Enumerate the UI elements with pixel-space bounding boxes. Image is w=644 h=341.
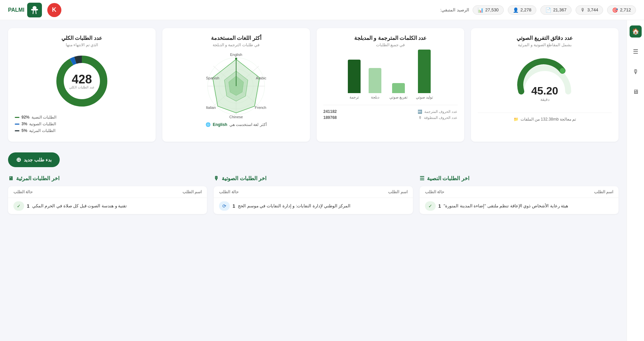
stat3-icon: 📄 — [545, 7, 551, 13]
legend-pct-3: 5% — [21, 128, 27, 133]
svg-text:Chinese: Chinese — [229, 115, 243, 119]
svg-text:English: English — [230, 53, 242, 57]
text-table-header: اسم الطلب حالة الطلب — [420, 186, 619, 198]
video-row-left: تقنية و هندسة الصوت قبل كل صلاة في الحرم… — [27, 203, 202, 209]
legend-label-2: الطلبات الصوتية — [29, 122, 56, 126]
audio-table-row: المركز الوطني لإدارة النفايات: و إدارة ا… — [214, 198, 413, 214]
legend-item-3: الطلبات المرئية 5% — [15, 128, 149, 133]
stat3-value: 21,367 — [553, 7, 567, 12]
audio-requests-section: اخر الطلبات الصوتية 🎙 اسم الطلب حالة الط… — [214, 175, 413, 214]
text-row-name: هيئة رعاية الأشخاص ذوي الإعاقة تنظم ملتق… — [443, 203, 568, 209]
requests-card-subtitle: الذي تم الانتهاء منها — [15, 43, 149, 47]
lang-footer-value: English — [213, 122, 227, 127]
text-row-status: ✓ — [425, 201, 436, 211]
bar-2 — [392, 83, 405, 93]
bar-label-3: دبلجة — [371, 95, 379, 99]
stat-pill-3: 21,367 📄 — [540, 5, 572, 15]
legend-label-1: الطلبات النصية — [32, 115, 56, 120]
new-request-btn[interactable]: بدء طلب جديد ⊕ — [8, 152, 60, 167]
sidebar-home-btn[interactable]: 🏠 — [630, 25, 642, 38]
logo-area: PALMI — [8, 3, 42, 17]
svg-point-14 — [235, 58, 237, 60]
audio-requests-icon: 🎙 — [214, 176, 219, 182]
video-table-row: تقنية و هندسة الصوت قبل كل صلاة في الحرم… — [8, 198, 207, 214]
transcription-card: عدد دقائق التفريغ الصوتي بشمل المقاطع ال… — [471, 28, 619, 142]
video-requests-label: اخر الطلبات المرئية — [16, 175, 59, 182]
words-card-subtitle: في جميع الطلبات — [323, 43, 458, 47]
stat-pill-2: 3,744 🎙 — [576, 5, 603, 15]
legend-color-2 — [15, 124, 19, 125]
text-requests-icon: ☰ — [420, 175, 424, 182]
sidebar-audio-btn[interactable]: 🎙 — [630, 66, 642, 78]
nav-stats: 2,712 🎯 3,744 🎙 21,367 📄 2,278 👤 27,530 … — [473, 5, 636, 15]
audio-row-name: المركز الوطني لإدارة النفايات: و إدارة ا… — [238, 203, 351, 209]
stat-pill-4: 2,278 👤 — [508, 5, 537, 15]
languages-card: أكثر اللغات المستخدمة في طلبات الترجمة و… — [162, 28, 310, 142]
logo-icon — [27, 3, 42, 17]
nav-right: K PALMI — [8, 3, 61, 17]
user-avatar[interactable]: K — [47, 3, 61, 17]
audio-requests-label: اخر الطلبات الصوتية — [222, 175, 266, 182]
donut-center: 428 عدد الطلبات الكلي — [69, 73, 95, 89]
text-requests-label: اخر الطلبات النصية — [427, 175, 469, 182]
legend-pct-2: 3% — [21, 122, 27, 126]
stat2-label-text: عدد الحروف المنطوقة — [424, 116, 458, 120]
recent-requests-row: اخر الطلبات النصية ☰ اسم الطلب حالة الطل… — [8, 175, 619, 214]
audio-requests-table: اسم الطلب حالة الطلب المركز الوطني لإدار… — [214, 186, 413, 214]
stat-pill-1: 2,712 🎯 — [607, 5, 636, 15]
video-requests-icon: 🖥 — [8, 176, 13, 182]
stat2-lbl: عدد الحروف المنطوقة 🎙 — [418, 116, 458, 120]
video-row-name: تقنية و هندسة الصوت قبل كل صلاة في الحرم… — [32, 203, 127, 209]
stat1-label-text: عدد الحروف المترجمة — [424, 110, 458, 114]
palm-tree-icon — [30, 5, 39, 15]
radar-footer: أكثر لغة استخدمت هي English 🌐 — [169, 122, 303, 127]
lang-footer-label: أكثر لغة استخدمت هي — [229, 122, 267, 127]
radar-container: English Arabic Spanish Italian French Ch… — [169, 53, 303, 120]
bar-group-1: توليد صوتي — [416, 50, 433, 99]
audio-icon: 🎙 — [418, 116, 422, 120]
text-row-left: هيئة رعاية الأشخاص ذوي الإعاقة تنظم ملتق… — [438, 203, 613, 209]
text-requests-title: اخر الطلبات النصية ☰ — [420, 175, 619, 182]
video-row-status: ✓ — [13, 201, 24, 211]
donut-center-label: عدد الطلبات الكلي — [69, 85, 95, 89]
donut-wrap: 428 عدد الطلبات الكلي — [53, 53, 110, 110]
bar-label-4: ترجمة — [350, 95, 359, 99]
audio-col-name: اسم الطلب — [238, 190, 408, 194]
new-request-row: بدء طلب جديد ⊕ — [8, 152, 619, 167]
donut-container: 428 عدد الطلبات الكلي — [15, 53, 149, 110]
bar-chart-area: توليد صوتي تفريغ صوتي دبلجة ترجمة — [323, 53, 458, 99]
sidebar-menu-btn[interactable]: ☰ — [630, 46, 642, 58]
svg-text:Italian: Italian — [206, 106, 216, 110]
new-request-label: بدء طلب جديد — [24, 157, 52, 162]
bar-1 — [418, 50, 431, 93]
text-row-num: 1 — [438, 203, 441, 209]
file-icon: 📁 — [514, 117, 519, 122]
legend-color-1 — [15, 117, 19, 118]
bar-stats: 241182 عدد الحروف المترجمة 🔤 189768 عدد … — [323, 105, 458, 120]
legend-pct-1: 92% — [21, 115, 30, 120]
bar-label-2: تفريغ صوتي — [389, 95, 408, 99]
video-requests-title: اخر الطلبات المرئية 🖥 — [8, 175, 207, 182]
video-row-num: 1 — [27, 203, 30, 209]
video-requests-section: اخر الطلبات المرئية 🖥 اسم الطلب حالة الط… — [8, 175, 207, 214]
sidebar-screen-btn[interactable]: 🖥 — [630, 86, 642, 98]
text-col-status: حالة الطلب — [425, 190, 444, 194]
stat1-icon: 🎯 — [612, 7, 618, 13]
lang-icon: 🌐 — [206, 122, 211, 127]
stat2-value: 3,744 — [587, 7, 598, 12]
requests-card: عدد الطلبات الكلي الذي تم الانتهاء منها … — [8, 28, 156, 142]
plus-icon: ⊕ — [16, 156, 21, 163]
svg-point-0 — [560, 68, 565, 73]
bar-stat-row-1: 241182 عدد الحروف المترجمة 🔤 — [323, 109, 458, 114]
donut-number: 428 — [69, 73, 95, 85]
legend-area: الطلبات النصية 92% الطلبات الصوتية 3% ال… — [15, 115, 149, 133]
svg-text:French: French — [255, 106, 266, 110]
text-col-name: اسم الطلب — [444, 190, 613, 194]
gauge-value: 45.20 — [531, 85, 558, 97]
video-requests-table: اسم الطلب حالة الطلب تقنية و هندسة الصوت… — [8, 186, 207, 214]
main-content: عدد دقائق التفريغ الصوتي بشمل المقاطع ال… — [0, 20, 627, 222]
logo-text: PALMI — [8, 7, 24, 13]
cards-row: عدد دقائق التفريغ الصوتي بشمل المقاطع ال… — [8, 28, 619, 142]
legend-label-3: الطلبات المرئية — [29, 128, 55, 133]
audio-requests-title: اخر الطلبات الصوتية 🎙 — [214, 175, 413, 182]
